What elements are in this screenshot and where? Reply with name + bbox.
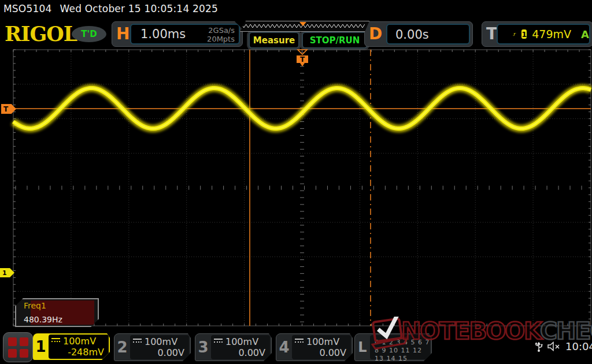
- trigger-label: T: [486, 24, 497, 43]
- channel-4-scale: 100mV: [306, 336, 339, 347]
- channel-3-offset: 0.00V: [238, 347, 265, 358]
- clock: 10:04: [565, 340, 592, 352]
- channel-3-values: 100mV 0.00V: [211, 335, 270, 359]
- delay-label: D: [369, 24, 382, 43]
- logic-channel-list: 0 1 2 3 4 5 6 7 8 9 10 11 12 13 14 15: [370, 335, 430, 359]
- acquisition-info: 2GSa/s 20Mpts: [207, 26, 235, 43]
- sample-rate: 2GSa/s: [207, 26, 235, 35]
- waveform-display: T T 1 Freq1 480.39Hz: [0, 49, 592, 326]
- trigger-position-flag-icon: T: [295, 49, 309, 68]
- trigger-status-badge: T'D: [72, 26, 106, 42]
- datetime: Wed October 15 10:05:14 2025: [60, 3, 219, 14]
- channel-2-scale: 100mV: [145, 336, 177, 347]
- channel-1-box[interactable]: 1 100mV -248mV: [33, 333, 110, 360]
- measure-button[interactable]: Measure: [249, 32, 299, 49]
- timebase-box[interactable]: 1.00ms 2GSa/s 20Mpts: [130, 24, 240, 44]
- logic-channels-row2: 8 9 10 11 12 13 14 15: [375, 347, 430, 363]
- measurement-result-box[interactable]: Freq1 480.39Hz: [15, 298, 99, 327]
- delay-value: 0.00s: [395, 28, 429, 42]
- horizontal-label: H: [116, 24, 130, 43]
- logic-analyzer-box[interactable]: L 0 1 2 3 4 5 6 7 8 9 10 11 12 13 14 15: [354, 333, 432, 361]
- trigger-position-marker[interactable]: T: [295, 49, 309, 68]
- graticule-and-trace: [0, 49, 592, 326]
- channel-4-box[interactable]: 4 100mV 0.00V: [276, 333, 353, 361]
- usb-icon: [535, 341, 543, 352]
- channel-2-number: 2: [114, 334, 130, 361]
- oscilloscope-screen: MSO5104Wed October 15 10:05:14 2025 RIGO…: [0, 0, 592, 364]
- delay-settings-box[interactable]: D 0.00s: [364, 21, 473, 47]
- measurement-value: 480.39Hz: [24, 315, 62, 324]
- channel-2-offset: 0.00V: [157, 347, 184, 358]
- stop-run-button[interactable]: STOP/RUN: [302, 32, 368, 49]
- trigger-sweep-mode: A: [581, 28, 589, 40]
- dc-coupling-icon: [214, 339, 223, 345]
- memory-depth: 20Mpts: [207, 35, 235, 43]
- timebase-value: 1.00ms: [140, 27, 186, 41]
- menu-grid-icon: [8, 337, 17, 346]
- trigger-value-box[interactable]: 1 479mV A: [497, 24, 590, 44]
- rigol-logo: RIGOL: [5, 22, 77, 46]
- logic-analyzer-label: L: [355, 334, 370, 361]
- top-status-bar: MSO5104Wed October 15 10:05:14 2025: [3, 3, 218, 14]
- channel-4-values: 100mV 0.00V: [292, 335, 351, 359]
- trigger-level-value: 479mV: [532, 28, 571, 40]
- system-tray: 10:04: [535, 340, 592, 352]
- channel-4-offset: 0.00V: [319, 347, 346, 358]
- channel-3-scale: 100mV: [225, 336, 258, 347]
- channel-menu-button[interactable]: [3, 332, 33, 362]
- delay-value-box[interactable]: 0.00s: [386, 24, 470, 44]
- dc-coupling-icon: [295, 339, 304, 345]
- channel-2-values: 100mV 0.00V: [130, 335, 189, 359]
- channel-3-box[interactable]: 3 100mV 0.00V: [195, 333, 272, 361]
- waveform-overview-strip[interactable]: [240, 21, 369, 32]
- channel-2-box[interactable]: 2 100mV 0.00V: [114, 333, 191, 361]
- channel-4-number: 4: [276, 334, 292, 361]
- rising-edge-icon: [513, 29, 516, 39]
- channel-1-offset: -248mV: [68, 347, 104, 358]
- dc-coupling-icon: [133, 339, 142, 345]
- channel-1-number: 1: [33, 333, 49, 360]
- speaker-muted-icon[interactable]: [547, 341, 561, 351]
- channel-1-scale: 100mV: [63, 336, 96, 347]
- logic-channels-row1: 0 1 2 3 4 5 6 7: [375, 339, 430, 347]
- channel-1-values: 100mV -248mV: [49, 335, 109, 359]
- trigger-settings-box[interactable]: T 1 479mV A: [482, 21, 592, 47]
- channel-3-number: 3: [195, 334, 211, 361]
- overview-waveform-icon: [240, 21, 368, 30]
- dc-coupling-icon: [51, 338, 60, 344]
- model-name: MSO5104: [3, 3, 52, 14]
- trigger-source-badge: 1: [521, 29, 527, 39]
- horizontal-settings-box[interactable]: H 1.00ms 2GSa/s 20Mpts: [112, 21, 243, 47]
- measurement-name: Freq1: [24, 301, 46, 310]
- svg-text:T: T: [300, 55, 305, 64]
